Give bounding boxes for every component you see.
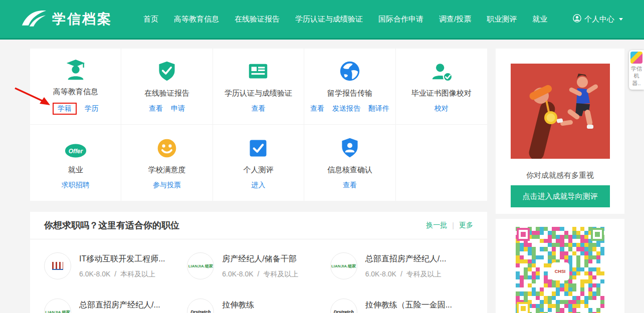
job-title: 总部直招房产经纪人/... [79, 300, 160, 310]
nav-degree-authentication[interactable]: 学历认证与成绩验证 [295, 15, 363, 24]
service-online-verification-report: 在线验证报告 查看 申请 [121, 49, 212, 125]
nav-career-assessment[interactable]: 职业测评 [487, 15, 517, 24]
company-logo-drstretch: Drstretch [330, 298, 357, 313]
top-header: 学信档案 首页 高等教育信息 在线验证报告 学历认证与成绩验证 国际合作申请 调… [0, 0, 644, 40]
link-translation[interactable]: 翻译件 [368, 104, 389, 113]
service-overseas-report-transfer: 留学报告传输 查看 发送报告 翻译件 [304, 49, 395, 125]
separator: / [114, 270, 116, 279]
company-logo-lianjia: LIANJIA.链家 [44, 298, 71, 313]
service-title: 毕业证书图像校对 [411, 89, 472, 98]
graduation-cap-icon [64, 58, 87, 81]
job-listing[interactable]: Drstretch 拉伸教练 [187, 298, 330, 313]
user-menu[interactable]: 个人中心 [573, 14, 623, 24]
job-title: 拉伸教练（五险一金固... [365, 300, 452, 310]
logo-swoosh-icon [21, 9, 47, 30]
user-icon [573, 14, 581, 24]
company-logo-lianjia: LIANJIA.链家 [330, 252, 357, 279]
link-job-seeking[interactable]: 求职招聘 [62, 181, 90, 190]
job-education: 专科及以上 [406, 270, 442, 279]
more-jobs-link[interactable]: 更多 [459, 221, 473, 230]
link-apply-report[interactable]: 申请 [171, 104, 185, 113]
checkbox-icon [247, 136, 269, 159]
job-salary: 6.0K-8.0K [222, 270, 253, 279]
chatbot-widget[interactable]: 学信 机器.. [629, 50, 644, 90]
job-title: 房产经纪人/储备干部 [222, 254, 298, 264]
job-salary: 6.0K-8.0K [365, 270, 396, 279]
link-view-authentication[interactable]: 查看 [251, 104, 265, 113]
promo-panel: 你对成就感有多重视 点击进入成就导向测评 [496, 49, 624, 214]
link-view-confirm[interactable]: 查看 [343, 181, 357, 190]
nav-home[interactable]: 首页 [143, 15, 158, 24]
link-enter-assessment[interactable]: 进入 [251, 181, 265, 190]
services-panel: 高等教育信息 学籍 学历 在线验证报告 查看 申请 [30, 49, 487, 201]
job-education: 专科及以上 [263, 270, 298, 279]
nav-international-cooperation[interactable]: 国际合作申请 [378, 15, 423, 24]
service-title: 学校满意度 [148, 165, 186, 175]
person-check-icon [430, 60, 453, 83]
refresh-jobs-link[interactable]: 换一批 [426, 221, 447, 230]
widget-label-line1: 学信 [630, 65, 643, 72]
service-title: 高等教育信息 [53, 87, 98, 97]
robot-avatar-icon [630, 52, 642, 64]
site-logo[interactable]: 学信档案 [21, 9, 112, 30]
offer-badge-icon: Offer [64, 136, 87, 159]
job-title: 总部直招房产经纪人/... [365, 254, 447, 264]
user-menu-label: 个人中心 [584, 15, 614, 24]
job-listing[interactable]: IT移动互联开发工程师... 6.0K-8.0K / 本科及以上 [44, 252, 187, 279]
promo-caption: 你对成就感有多重视 [496, 171, 624, 180]
logo-text: 学信档案 [52, 10, 112, 28]
nav-higher-education-info[interactable]: 高等教育信息 [174, 15, 219, 24]
company-logo-lianjia: LIANJIA.链家 [187, 252, 214, 279]
company-logo-edu [44, 252, 71, 279]
nav-online-verification-report[interactable]: 在线验证报告 [235, 15, 280, 24]
qr-panel: CHSI [496, 219, 624, 313]
service-title: 学历认证与成绩验证 [225, 89, 292, 98]
service-degree-authentication: 学历认证与成绩验证 查看 [213, 49, 304, 125]
smiley-icon [156, 136, 178, 159]
job-listing[interactable]: Drstretch 拉伸教练（五险一金固... [330, 298, 473, 313]
annotation-arrow [12, 85, 55, 110]
company-logo-drstretch: Drstretch [187, 298, 214, 313]
widget-label-line2: 机器.. [630, 72, 643, 87]
link-send-report[interactable]: 发送报告 [332, 104, 360, 113]
link-photo-check[interactable]: 校对 [435, 104, 449, 113]
nav-employment[interactable]: 就业 [532, 15, 547, 24]
qr-position-marker [591, 228, 604, 241]
link-vote[interactable]: 参与投票 [153, 181, 181, 190]
promo-illustration[interactable] [511, 64, 610, 159]
service-title: 个人测评 [243, 165, 273, 175]
globe-icon [338, 60, 361, 83]
service-graduation-photo-check: 毕业证书图像校对 校对 [396, 49, 487, 125]
link-view-transfer[interactable]: 查看 [310, 104, 324, 113]
service-title: 留学报告传输 [327, 89, 372, 98]
separator: / [258, 270, 260, 279]
job-listing[interactable]: LIANJIA.链家 房产经纪人/储备干部 6.0K-8.0K / 专科及以上 [187, 252, 330, 279]
job-salary: 6.0K-8.0K [79, 270, 110, 279]
service-title: 信息核查确认 [327, 165, 372, 175]
assessment-button[interactable]: 点击进入成就导向测评 [511, 185, 610, 207]
document-card-icon [247, 60, 270, 83]
service-personal-assessment: 个人测评 进入 [213, 125, 304, 201]
job-listing[interactable]: LIANJIA.链家 总部直招房产经纪人/... 6.0K-8.0K / 专科及… [330, 252, 473, 279]
job-listing[interactable]: LIANJIA.链家 总部直招房产经纪人/... [44, 298, 187, 313]
chevron-down-icon [619, 18, 623, 21]
divider: | [452, 221, 454, 229]
service-info-verification-confirm: 信息核查确认 查看 [304, 125, 395, 201]
service-empty-cell [396, 125, 487, 201]
job-title: IT移动互联开发工程师... [79, 254, 165, 264]
service-title: 就业 [68, 165, 83, 175]
service-school-satisfaction: 学校满意度 参与投票 [121, 125, 212, 201]
job-title: 拉伸教练 [222, 300, 254, 310]
shield-person-icon [339, 136, 361, 159]
qr-position-marker [517, 302, 530, 313]
qr-code: CHSI [516, 227, 605, 313]
svg-text:Offer: Offer [68, 147, 83, 154]
link-view-report[interactable]: 查看 [149, 104, 163, 113]
link-xueji[interactable]: 学籍 [53, 103, 77, 115]
main-nav: 首页 高等教育信息 在线验证报告 学历认证与成绩验证 国际合作申请 调查/投票 … [143, 15, 547, 24]
jobs-title: 你想求职吗？这里有适合你的职位 [44, 219, 179, 231]
separator: / [400, 270, 402, 279]
shield-check-icon [156, 60, 178, 83]
nav-survey-vote[interactable]: 调查/投票 [439, 15, 471, 24]
link-xueli[interactable]: 学历 [85, 104, 99, 113]
